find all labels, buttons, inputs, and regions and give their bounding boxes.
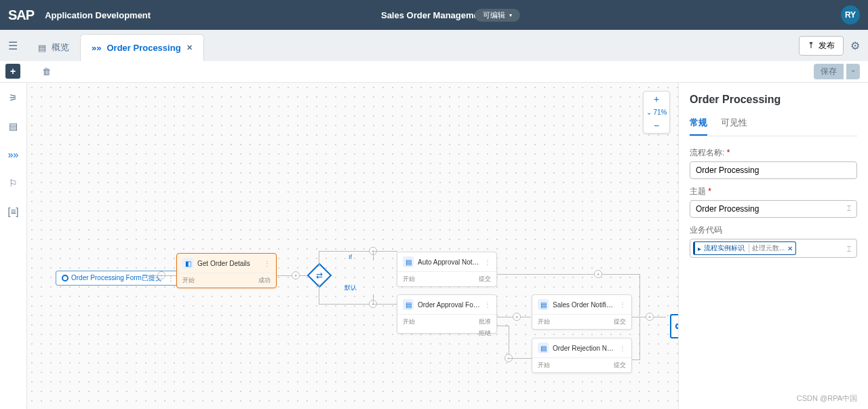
save-button[interactable]: 保存 [814,64,844,79]
port-start: 开始 [538,317,550,326]
edge [497,326,509,326]
watermark: CSDN @RPA中国 [797,393,857,404]
upload-icon: ⤒ [808,41,814,50]
canvas[interactable]: + 71% − Order Processing Form已提交 ⋮ + ◧ G… [27,83,678,409]
publish-label: 发布 [818,40,835,52]
edge [373,251,374,260]
state-badge[interactable]: 可编辑 [475,9,520,22]
edge [373,251,397,252]
label-business-code: 业务代码 [690,225,857,236]
port-start: 开始 [403,275,415,284]
condition-if: If [349,254,352,260]
node-title: Order Rejection Notificat... [553,345,615,352]
form-icon: ▤ [538,299,549,310]
port-success: 成功 [258,276,271,285]
node-approval-form[interactable]: ▤ Order Approval Form ⋮ 开始 批准 拒绝 [397,294,497,334]
decision-gateway[interactable]: ⇄ [307,263,332,288]
edge [639,274,640,315]
save-dropdown[interactable]: ⌄ [846,64,860,79]
left-sidebar: ⚞ ▤ »» ⚐ [≡] [0,83,27,409]
tab-visibility[interactable]: 可见性 [721,117,747,136]
zoom-in[interactable]: + [654,92,659,106]
text-cursor-icon: ⌶ [847,245,854,252]
subject-input[interactable]: Order Processing ⌶ [690,200,857,218]
port-start: 开始 [538,361,550,370]
token-remove-icon[interactable]: ✕ [787,245,793,252]
port-submit: 提交 [614,317,626,326]
flow-icon[interactable]: »» [5,147,22,163]
token-process-instance[interactable]: ▸ 流程实例标识 处理元数... ✕ [693,241,796,255]
node-get-order-details[interactable]: ◧ Get Order Details ⋮ 开始 成功 [176,253,277,288]
edge [319,251,319,267]
tab-overview[interactable]: ▤ 概览 [27,34,80,61]
node-menu-icon[interactable]: ⋮ [619,345,626,352]
connector-plus[interactable]: + [646,313,654,321]
zoom-level[interactable]: 71% [646,106,667,118]
panel-title: Order Processing [690,94,857,106]
sap-logo: SAP [8,7,34,23]
node-menu-icon[interactable]: ⋮ [619,301,626,309]
port-start: 开始 [403,317,447,326]
edge [509,326,509,358]
document-icon: ▤ [38,43,46,53]
label-process-name: 流程名称: * [690,147,857,159]
node-menu-icon[interactable]: ⋮ [484,301,491,309]
end-event[interactable]: 结束 ⋮ [670,314,678,338]
node-auto-approval[interactable]: ▤ Auto Approval Notificatio... ⋮ 开始 提交 [397,252,497,287]
list-icon[interactable]: [≡] [5,203,22,220]
branch-icon: ⇄ [316,271,323,280]
process-name-input[interactable] [690,161,857,179]
edge [319,304,373,305]
zoom-control: + 71% − [643,91,670,134]
node-title: Sales Order Notification [553,301,615,309]
trash-icon[interactable]: 🗑 [42,66,51,77]
page-icon[interactable]: ▤ [5,118,22,134]
gear-icon[interactable]: ⚙ [850,39,860,52]
tab-active-label: Order Processing [106,43,180,53]
start-circle-icon [62,275,68,281]
user-avatar[interactable]: RY [841,5,860,24]
workflow-icon: »» [92,43,101,53]
edge [373,294,374,304]
port-approve: 批准 [447,317,491,326]
condition-default: 默认 [344,284,357,292]
business-code-input[interactable]: ▸ 流程实例标识 处理元数... ✕ ⌶ [690,239,857,258]
close-icon[interactable]: ✕ [186,43,193,52]
project-title: Sales Order Management [381,10,487,20]
node-menu-icon[interactable]: ⋮ [484,258,491,266]
add-button[interactable]: + [5,64,20,79]
tab-order-processing[interactable]: »» Order Processing ✕ [80,34,204,61]
tree-icon[interactable]: ⚞ [5,90,22,106]
label-subject: 主题 * [690,186,857,197]
settings-icon[interactable]: ⚐ [5,175,22,191]
tab-bar: ☰ ▤ 概览 »» Order Processing ✕ ⤒ 发布 ⚙ [0,30,868,61]
connector-plus[interactable]: + [513,313,521,321]
tab-general[interactable]: 常规 [690,117,707,136]
node-sales-notification[interactable]: ▤ Sales Order Notification ⋮ 开始 提交 [532,294,632,330]
node-title: Order Approval Form [418,301,480,309]
token-icon: ▸ [698,245,701,252]
subject-value: Order Processing [696,204,759,214]
node-rejection-notification[interactable]: ▤ Order Rejection Notificat... ⋮ 开始 提交 [532,338,632,373]
edge [639,317,640,359]
tab-overview-label: 概览 [52,41,69,54]
connector-plus[interactable]: + [594,270,602,278]
publish-button[interactable]: ⤒ 发布 [799,36,844,56]
toolbar: + 🗑 保存 ⌄ [0,61,868,83]
user-task-icon: ◧ [182,258,193,269]
port-reject: 拒绝 [447,329,491,338]
app-header: SAP Application Development Sales Order … [0,0,868,30]
node-menu-icon[interactable]: ⋮ [264,260,271,267]
end-circle-icon [675,324,678,329]
text-cursor-icon: ⌶ [847,204,851,214]
connector-plus[interactable]: + [292,271,300,279]
token-label: 流程实例标识 [704,244,745,253]
properties-panel: Order Processing 常规 可见性 流程名称: * 主题 * Ord… [678,83,868,409]
edge [319,284,319,304]
node-title: Auto Approval Notificatio... [418,258,480,266]
edge [509,358,532,359]
zoom-out[interactable]: − [654,118,659,133]
menu-icon[interactable]: ☰ [8,39,18,52]
app-title: Application Development [45,10,151,20]
token-sub: 处理元数... [749,244,785,253]
